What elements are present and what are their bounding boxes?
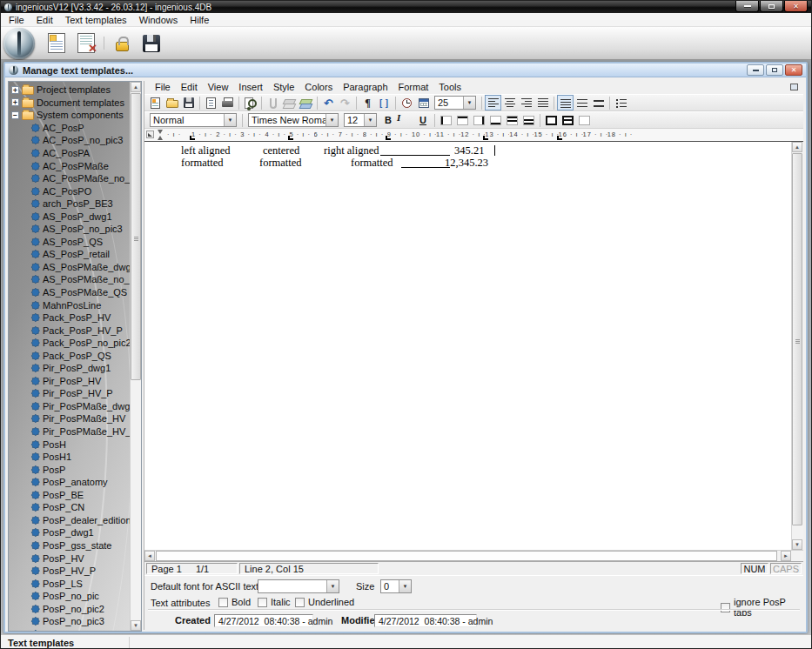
tree-item-ac-posp[interactable]: AC_PosP <box>9 122 130 135</box>
tree-item-ac-pospma-e-no-pic3[interactable]: AC_PosPMaße_no_pic3 <box>9 172 130 185</box>
border-mid-top-button[interactable] <box>504 112 520 128</box>
chevron-down-icon[interactable]: ▼ <box>364 114 376 126</box>
border-left-button[interactable] <box>438 112 454 128</box>
scrollbar-thumb[interactable] <box>792 153 802 525</box>
mdi-child-icon[interactable] <box>790 84 798 90</box>
spacing-15-button[interactable] <box>574 95 590 110</box>
font-family-combobox[interactable]: Times New Roman ▼ <box>248 113 339 127</box>
scroll-up-button[interactable]: ▲ <box>131 82 141 92</box>
menu-item-hilfe[interactable]: Hilfe <box>184 13 215 27</box>
document-scrollbar-horizontal[interactable]: ◄ ► <box>144 550 803 561</box>
tab-stop-marker[interactable] <box>288 136 293 140</box>
bold-checkbox[interactable] <box>218 598 228 607</box>
tree-item-pir-pospma-e-dwg1[interactable]: Pir_PosPMaße_dwg1 <box>9 400 130 413</box>
document-area[interactable]: left aligned centered right aligned 345.… <box>144 142 803 550</box>
delete-template-button[interactable] <box>73 30 99 57</box>
print-button[interactable] <box>219 95 236 110</box>
editor-menu-item-file[interactable]: File <box>150 81 176 94</box>
chevron-down-icon[interactable]: ▼ <box>399 580 411 592</box>
tree-item-posp-no-pic2[interactable]: PosP_no_pic2 <box>9 602 130 615</box>
minimize-button[interactable] <box>735 1 759 12</box>
tree-item-posp-hv-p[interactable]: PosP_HV_P <box>9 565 130 578</box>
box-none-button[interactable] <box>576 112 593 128</box>
tree-folder-project-templates[interactable]: +Project templates <box>9 84 130 97</box>
tree-item-posh[interactable]: PosH <box>9 438 130 451</box>
tree-item-ac-pospma-e[interactable]: AC_PosPMaße <box>9 159 130 172</box>
editor-menu-item-style[interactable]: Style <box>268 81 299 94</box>
tree-item-as-posp-no-pic3[interactable]: AS_PosP_no_pic3 <box>9 223 130 236</box>
underlined-checkbox[interactable] <box>295 598 305 607</box>
tree-item-arch-posp-be3[interactable]: arch_PosP_BE3 <box>9 197 130 211</box>
tree-item-ac-posp-no-pic3[interactable]: AC_PosP_no_pic3 <box>9 134 130 147</box>
tree-item-posp-gss-state[interactable]: PosP_gss_state <box>9 539 130 552</box>
tree-item-pack-posp-hv-p[interactable]: Pack_PosP_HV_P <box>9 324 130 337</box>
pilcrow-button[interactable] <box>359 95 376 110</box>
menu-item-windows[interactable]: Windows <box>133 13 185 27</box>
layers-button[interactable] <box>281 95 298 110</box>
tree-item-posh1[interactable]: PosH1 <box>9 451 130 464</box>
tree-scrollbar[interactable]: ▲ ▼ <box>130 82 141 631</box>
document-scrollbar-vertical[interactable]: ▲ ▼ <box>791 142 803 550</box>
border-top-button[interactable] <box>454 112 471 128</box>
editor-menu-item-edit[interactable]: Edit <box>176 81 203 94</box>
tab-type-selector[interactable] <box>146 130 154 138</box>
close-button[interactable]: ✕ <box>784 1 808 12</box>
border-right-button[interactable] <box>471 112 487 128</box>
editor-menu-item-colors[interactable]: Colors <box>299 81 338 94</box>
align-justify-button[interactable] <box>534 95 551 110</box>
scroll-left-button[interactable]: ◄ <box>144 551 155 561</box>
expand-icon[interactable]: + <box>11 86 19 94</box>
editor-menu-item-format[interactable]: Format <box>393 81 434 94</box>
chevron-down-icon[interactable]: ▼ <box>224 114 236 126</box>
search-button[interactable] <box>242 95 258 110</box>
chevron-down-icon[interactable]: ▼ <box>325 114 338 126</box>
editor-menu-item-insert[interactable]: Insert <box>233 81 268 94</box>
tree-item-pir-pospma-e-hv-p[interactable]: Pir_PosPMaße_HV_P <box>9 425 130 438</box>
italic-button[interactable]: I <box>397 112 414 128</box>
tab-stop-marker[interactable] <box>483 136 488 140</box>
editor-menu-item-view[interactable]: View <box>203 81 234 94</box>
new-template-button[interactable] <box>44 30 70 57</box>
ruler[interactable]: · ı ·1 · ı ·2 · ı ·3 · ı ·4 · ı ·5 · ı ·… <box>144 129 803 142</box>
tree-folder-system-components[interactable]: −System components <box>9 109 130 122</box>
new-button[interactable] <box>147 95 164 110</box>
tree-item-as-posp-dwg1[interactable]: AS_PosP_dwg1 <box>9 210 130 223</box>
collapse-icon[interactable]: − <box>11 111 19 119</box>
tab-stop-marker[interactable] <box>386 136 391 140</box>
lock-button[interactable] <box>109 30 135 57</box>
scroll-up-button[interactable]: ▲ <box>792 142 802 152</box>
tree-item-as-pospma-e-dwg1[interactable]: AS_PosPMaße_dwg1 <box>9 261 130 274</box>
editor-menu-item-paragraph[interactable]: Paragraph <box>338 81 393 94</box>
undo-button[interactable] <box>320 95 337 110</box>
tree-item-as-pospma-e-qs[interactable]: AS_PosPMaße_QS <box>9 286 130 299</box>
tree-item-as-posp-retail[interactable]: AS_PosP_retail <box>9 248 130 261</box>
dialog-maximize-button[interactable] <box>766 64 783 76</box>
menu-item-edit[interactable]: Edit <box>30 13 59 27</box>
italic-checkbox[interactable] <box>258 598 267 607</box>
tree-item-posp-no-pic3[interactable]: PosP_no_pic3 <box>9 615 130 628</box>
align-right-button[interactable] <box>518 95 534 110</box>
tree-item-posp-anatomy[interactable]: PosP_anatomy <box>9 476 130 489</box>
zoom-combobox[interactable]: 25 ▼ <box>434 96 476 110</box>
redo-button[interactable] <box>337 95 353 110</box>
menu-item-file[interactable]: File <box>3 13 30 27</box>
underline-button[interactable]: U <box>414 112 432 128</box>
scrollbar-thumb[interactable] <box>156 551 777 561</box>
preview-button[interactable] <box>203 95 219 110</box>
tab-stop-marker[interactable] <box>557 136 562 140</box>
tree-item-pir-posp-hv[interactable]: Pir_PosP_HV <box>9 375 130 388</box>
box-full-button[interactable] <box>543 112 560 128</box>
tree-item-posp-cn[interactable]: PosP_CN <box>9 501 130 514</box>
spacing-single-button[interactable] <box>557 95 574 110</box>
indent-marker[interactable] <box>158 130 164 140</box>
tree-item-posp-no-pic[interactable]: PosP_no_pic <box>9 590 130 603</box>
align-center-button[interactable] <box>501 95 518 110</box>
tree-item-posp[interactable]: PosP <box>9 463 130 476</box>
attach-button[interactable] <box>265 95 281 110</box>
calendar-button[interactable] <box>415 95 432 110</box>
tree-item-posp-dealer-edition[interactable]: PosP_dealer_edition <box>9 514 130 527</box>
tree-item-posp-hv[interactable]: PosP_HV <box>9 552 130 565</box>
brackets-button[interactable] <box>376 95 393 110</box>
scroll-down-button[interactable]: ▼ <box>131 620 141 631</box>
dialog-minimize-button[interactable] <box>747 64 764 76</box>
